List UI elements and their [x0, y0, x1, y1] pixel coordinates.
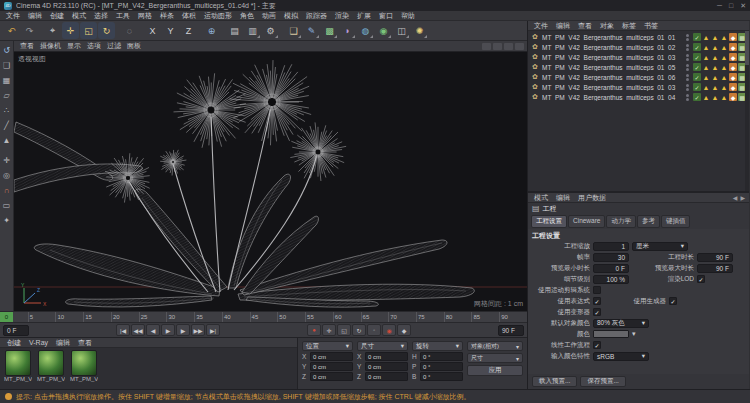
menu-item[interactable]: 模式	[68, 11, 90, 21]
size-field[interactable]: 0 cm	[365, 372, 408, 381]
timeline-ruler[interactable]: 0 051015202530354045505560657075808590	[0, 311, 527, 322]
material-thumbnail[interactable]	[71, 350, 97, 376]
field-icon[interactable]: ◉	[375, 22, 392, 39]
lock-workplane-icon[interactable]: ✦	[1, 214, 13, 226]
viewport-maximize-icon[interactable]	[493, 43, 502, 50]
attribute-menu-item[interactable]: 用户数据	[574, 193, 610, 203]
position-field[interactable]: 0 cm	[310, 362, 353, 371]
material-tag-icon[interactable]: ◆	[729, 63, 737, 71]
object-manager-menu-item[interactable]: 书签	[640, 21, 662, 31]
warning-tag-icon[interactable]: ▲	[711, 33, 719, 41]
viewport[interactable]: 查看摄像机显示选项过滤面板	[14, 41, 527, 311]
visibility-toggles[interactable]	[686, 44, 689, 51]
menu-item[interactable]: 跟踪器	[302, 11, 331, 21]
save-preset-button[interactable]: 保存预置...	[580, 376, 625, 387]
visibility-toggles[interactable]	[686, 64, 689, 71]
play-icon[interactable]: ▶	[161, 324, 175, 336]
render-lod-checkbox[interactable]: ✓	[697, 275, 705, 283]
material-thumbnail[interactable]	[5, 350, 31, 376]
position-dropdown[interactable]: 位置▾	[302, 341, 353, 351]
render-settings-icon[interactable]: ⚙	[262, 22, 279, 39]
viewport-solo-icon[interactable]: ◎	[1, 169, 13, 181]
viewport-menu-item[interactable]: 面板	[124, 41, 144, 51]
render-tag-icon[interactable]: ✓	[693, 43, 701, 51]
render-tag-icon[interactable]: ✓	[693, 73, 701, 81]
position-field[interactable]: 0 cm	[310, 372, 353, 381]
viewport-menu-item[interactable]: 过滤	[104, 41, 124, 51]
object-manager-menu-item[interactable]: 标签	[618, 21, 640, 31]
rotate-icon[interactable]: ↻	[98, 22, 115, 39]
polygons-mode-icon[interactable]: ▲	[1, 134, 13, 146]
start-frame-field[interactable]: 0 F	[3, 325, 29, 336]
viewport-layout-icon[interactable]	[482, 43, 491, 50]
lock-z-icon[interactable]: Z	[180, 22, 197, 39]
load-preset-button[interactable]: 载入预置...	[532, 376, 577, 387]
warning-tag-icon[interactable]: ▲	[711, 73, 719, 81]
MT_PM_V42_Bergeranthus_multiceps_01_03[interactable]: ✿ MT_PM_V42_Bergeranthus_multiceps_01_03…	[528, 52, 749, 62]
fps-field[interactable]: 30	[593, 253, 629, 262]
history-back-icon[interactable]: ◀	[733, 194, 738, 201]
attribute-tab[interactable]: 参考	[637, 215, 660, 228]
material-menu-item[interactable]: 编辑	[52, 338, 74, 348]
viewport-camera-icon[interactable]	[504, 43, 513, 50]
menu-item[interactable]: 动画	[258, 11, 280, 21]
attribute-tab[interactable]: Cineware	[568, 215, 605, 228]
menu-item[interactable]: 编辑	[24, 11, 46, 21]
workplane-icon[interactable]: ▭	[1, 199, 13, 211]
warning-tag-icon[interactable]: ▲	[711, 83, 719, 91]
menu-item[interactable]: 样条	[156, 11, 178, 21]
rotation-field[interactable]: 0 °	[420, 352, 463, 361]
workplane-mode-icon[interactable]: ▱	[1, 89, 13, 101]
material-tag-icon[interactable]: ◆	[729, 93, 737, 101]
generators-checkbox[interactable]: ✓	[669, 297, 677, 305]
history-forward-icon[interactable]: ▶	[740, 194, 745, 201]
scale-unit-dropdown[interactable]: 厘米▾	[632, 242, 688, 251]
texture-mode-icon[interactable]: ▦	[1, 74, 13, 86]
MT_PM_V42_Bergeranthus_multiceps_01_02[interactable]: ✿ MT_PM_V42_Bergeranthus_multiceps_01_02…	[528, 42, 749, 52]
scale-icon[interactable]: ◱	[80, 22, 97, 39]
next-key-icon[interactable]: ▶▶	[191, 324, 205, 336]
record-keyframe-icon[interactable]: ●	[307, 324, 321, 336]
color-swatch[interactable]	[593, 330, 629, 338]
menu-item[interactable]: 选择	[90, 11, 112, 21]
menu-item[interactable]: 渲染	[331, 11, 353, 21]
deformer-icon[interactable]: ◗	[339, 22, 356, 39]
last-tool-icon[interactable]: ◌	[121, 22, 138, 39]
material-tag-icon[interactable]: ◆	[729, 53, 737, 61]
menu-item[interactable]: 窗口	[375, 11, 397, 21]
menu-item[interactable]: 创建	[46, 11, 68, 21]
visibility-toggles[interactable]	[686, 94, 689, 101]
MT_PM_V42_Bergeranthus_multiceps_01_05[interactable]: ✿ MT_PM_V42_Bergeranthus_multiceps_01_05…	[528, 62, 749, 72]
warning-tag-icon[interactable]: ▲	[711, 43, 719, 51]
menu-item[interactable]: 模拟	[280, 11, 302, 21]
object-name[interactable]: MT_PM_V42_Bergeranthus_multiceps_01_03	[542, 84, 684, 91]
deformers-checkbox[interactable]: ✓	[593, 308, 601, 316]
object-manager-menu-item[interactable]: 对象	[596, 21, 618, 31]
viewport-menu-item[interactable]: 查看	[17, 41, 37, 51]
goto-start-icon[interactable]: |◀	[116, 324, 130, 336]
visibility-toggles[interactable]	[686, 34, 689, 41]
material-tag-icon[interactable]: ◆	[729, 73, 737, 81]
rotation-field[interactable]: 0 °	[420, 362, 463, 371]
apply-button[interactable]: 应用	[467, 365, 523, 376]
render-tag-icon[interactable]: ✓	[693, 83, 701, 91]
object-name[interactable]: MT_PM_V42_Bergeranthus_multiceps_01_02	[542, 44, 684, 51]
warning-tag-icon[interactable]: ▲	[702, 93, 710, 101]
object-manager-menu-item[interactable]: 文件	[530, 21, 552, 31]
size-field[interactable]: 0 cm	[365, 362, 408, 371]
undo-icon[interactable]: ↶	[3, 22, 20, 39]
motion-system-checkbox[interactable]	[593, 286, 601, 294]
visibility-toggles[interactable]	[686, 74, 689, 81]
MT_PM_V42_Bergeranthus_multiceps_01_03[interactable]: ✿ MT_PM_V42_Bergeranthus_multiceps_01_03…	[528, 82, 749, 92]
snap-icon[interactable]: ∩	[1, 184, 13, 196]
object-manager-menu-item[interactable]: 编辑	[552, 21, 574, 31]
chevron-down-icon[interactable]: ▾	[632, 330, 636, 338]
light-icon[interactable]: ✺	[411, 22, 428, 39]
end-frame-field[interactable]: 90 F	[498, 325, 524, 336]
render-tag-icon[interactable]: ✓	[693, 33, 701, 41]
object-tree[interactable]: ✿ MT_PM_V42_Bergeranthus_multiceps_01_01…	[528, 31, 749, 191]
primitive-cube-icon[interactable]: ❑	[285, 22, 302, 39]
menu-item[interactable]: 体积	[178, 11, 200, 21]
menu-item[interactable]: 文件	[2, 11, 24, 21]
warning-tag-icon[interactable]: ▲	[720, 33, 728, 41]
